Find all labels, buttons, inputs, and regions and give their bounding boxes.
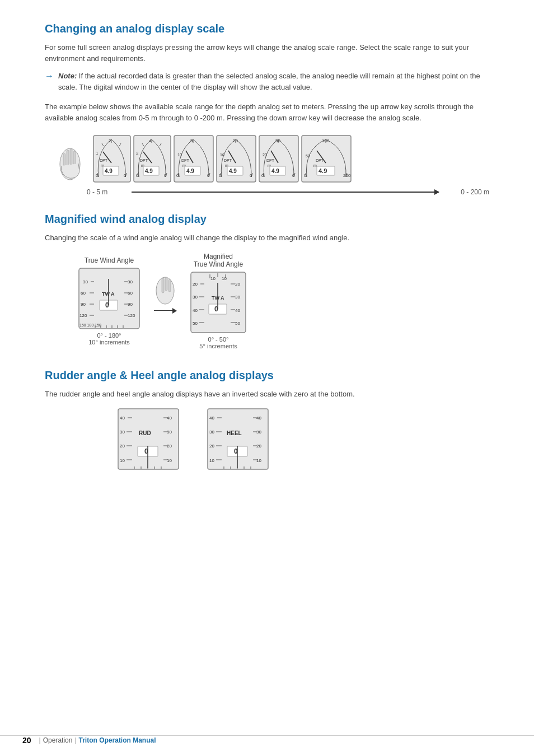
svg-text:DPT: DPT	[140, 158, 148, 162]
svg-text:DPT: DPT	[181, 158, 190, 162]
svg-text:30: 30	[209, 430, 214, 435]
svg-text:50: 50	[193, 321, 198, 326]
svg-text:50: 50	[306, 154, 310, 158]
rudder-gauge: 40 30 20 10 40 30 20 10	[118, 408, 179, 470]
svg-rect-1	[67, 150, 69, 167]
page-number: 20	[22, 736, 31, 745]
svg-text:150 180 150: 150 180 150	[79, 323, 101, 327]
svg-text:10: 10	[167, 458, 172, 463]
svg-rect-117	[162, 278, 164, 293]
svg-text:20: 20	[193, 282, 198, 287]
svg-rect-119	[168, 279, 171, 292]
svg-text:DPT: DPT	[100, 158, 108, 162]
section3-title: Rudder angle & Heel angle analog display…	[45, 369, 489, 382]
svg-text:30: 30	[83, 279, 88, 284]
svg-text:40: 40	[120, 416, 125, 421]
svg-text:100: 100	[322, 138, 330, 143]
svg-text:0: 0	[292, 173, 295, 178]
section2-title: Magnified wind analog display	[45, 213, 489, 226]
scale-label-left: 0 - 5 m	[87, 188, 132, 196]
depth-gauge-5: 50 0 0 20 DPT m 4.9	[259, 135, 299, 183]
svg-text:2: 2	[136, 151, 139, 156]
wind-gauge3-title: MagnifiedTrue Wind Angle	[194, 253, 243, 268]
svg-text:A: A	[111, 291, 115, 297]
svg-text:DPT: DPT	[266, 158, 275, 162]
section3-para1: The rudder angle and heel angle analog d…	[45, 389, 489, 400]
svg-text:HEEL: HEEL	[227, 430, 242, 436]
svg-text:30: 30	[193, 295, 198, 300]
svg-text:4.9: 4.9	[271, 168, 279, 174]
svg-text:4.9: 4.9	[145, 168, 153, 174]
svg-text:m: m	[313, 164, 317, 167]
depth-gauge-3: 5 0 0 10 DPT m 4.9	[174, 135, 214, 183]
svg-text:RUD: RUD	[139, 430, 151, 436]
wind-gauge-2: 20 30 40 50 20 30 40 50 10 10	[190, 272, 246, 333]
svg-text:0: 0	[219, 173, 222, 178]
footer-separator-bar: |	[39, 736, 41, 744]
wind-scale1-label: 0° - 180° 10° increments	[88, 332, 130, 346]
svg-text:120: 120	[128, 313, 135, 318]
svg-text:TW: TW	[212, 295, 219, 301]
svg-text:10: 10	[256, 458, 261, 463]
svg-text:90: 90	[128, 302, 133, 307]
scale-label-right: 0 - 200 m	[439, 188, 489, 196]
svg-rect-3	[73, 151, 76, 165]
depth-gauge-6: 100 0 200 50 DPT m 4.9	[301, 135, 352, 183]
svg-text:4.9: 4.9	[318, 167, 327, 174]
svg-text:10: 10	[120, 458, 125, 463]
svg-text:20: 20	[263, 153, 267, 157]
svg-text:30: 30	[120, 430, 125, 435]
depth-gauge-4: 20 0 0 10 DPT m 4.9	[216, 135, 256, 183]
svg-text:4: 4	[149, 138, 152, 143]
svg-text:50: 50	[235, 321, 240, 326]
svg-text:200: 200	[343, 173, 351, 178]
svg-text:60: 60	[81, 291, 86, 296]
depth-gauge-2: 4 0 0 DPT m 4.9 2	[133, 135, 171, 183]
svg-text:10: 10	[210, 276, 216, 281]
svg-text:20: 20	[120, 444, 125, 449]
svg-text:90: 90	[81, 302, 86, 307]
svg-text:40: 40	[193, 308, 198, 313]
wind-scale2-label: 0° - 50° 5° increments	[199, 336, 237, 349]
wind-gauge-1: 30 60 90 120 150 180 150 30 60 90 120	[78, 268, 140, 329]
svg-text:30: 30	[235, 295, 240, 300]
section1-title: Changing an analog display scale	[45, 22, 489, 35]
svg-text:10: 10	[177, 153, 182, 157]
hand-icon	[56, 144, 84, 184]
svg-text:20: 20	[209, 444, 214, 449]
note-block: → Note: If the actual recorded data is g…	[45, 71, 489, 92]
svg-rect-118	[165, 277, 167, 291]
note-label: Note:	[58, 72, 77, 80]
svg-text:5: 5	[190, 138, 193, 143]
svg-text:0: 0	[304, 173, 307, 178]
svg-rect-2	[70, 149, 72, 165]
svg-text:60: 60	[128, 291, 133, 296]
wind-gauge1-title: True Wind Angle	[85, 256, 134, 264]
footer-manual-link: Triton Operation Manual	[79, 736, 156, 744]
svg-text:50: 50	[275, 138, 280, 143]
hand-icon-wind	[151, 274, 179, 307]
svg-text:0: 0	[207, 173, 210, 178]
svg-text:0: 0	[96, 173, 99, 178]
svg-text:10: 10	[209, 458, 214, 463]
svg-text:0: 0	[136, 173, 139, 178]
section1-para1: For some full screen analog displays pre…	[45, 42, 489, 64]
svg-text:4.9: 4.9	[105, 168, 113, 174]
svg-text:1: 1	[96, 151, 99, 156]
svg-text:20: 20	[235, 282, 240, 287]
svg-text:A: A	[221, 295, 224, 301]
svg-text:0: 0	[261, 173, 264, 178]
page-footer: 20 | Operation | Triton Operation Manual	[0, 735, 534, 745]
note-arrow-icon: →	[45, 71, 54, 81]
heel-gauge: 40 30 20 10 40 30 20 10	[207, 408, 269, 470]
svg-text:DPT: DPT	[224, 158, 232, 162]
svg-text:20: 20	[233, 138, 238, 143]
svg-text:30: 30	[128, 279, 133, 284]
section2-para1: Changing the scale of a wind angle analo…	[45, 232, 489, 244]
svg-text:120: 120	[79, 313, 87, 318]
svg-text:40: 40	[235, 308, 240, 313]
footer-separator: |	[74, 736, 76, 744]
svg-text:0: 0	[176, 173, 179, 178]
svg-text:2: 2	[109, 138, 111, 143]
svg-rect-87	[79, 268, 139, 329]
